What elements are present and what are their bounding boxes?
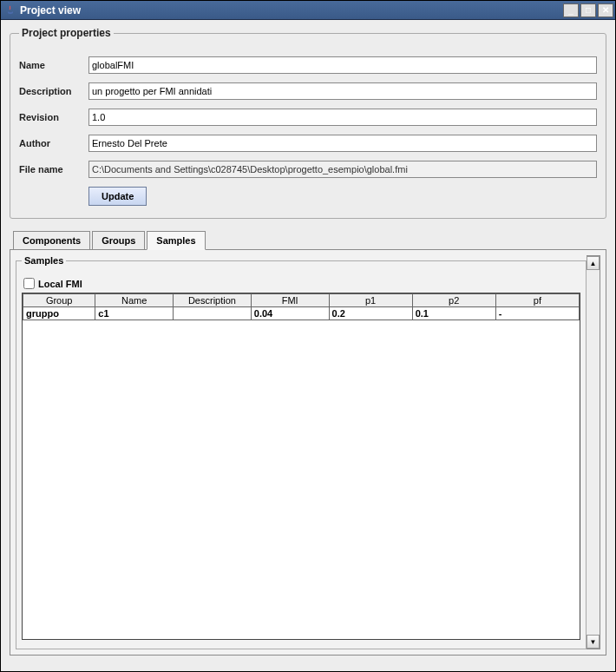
- description-input[interactable]: [88, 82, 597, 100]
- project-properties-fieldset: Project properties Name Description Revi…: [10, 27, 606, 219]
- cell-description[interactable]: [174, 307, 252, 320]
- cell-p2[interactable]: 0.1: [412, 307, 495, 320]
- col-description[interactable]: Description: [174, 294, 252, 307]
- label-name: Name: [19, 60, 88, 70]
- label-filename: File name: [19, 164, 88, 175]
- col-pf[interactable]: pf: [495, 294, 579, 307]
- samples-table-wrap: Group Name Description FMI p1 p2 pf: [22, 293, 580, 640]
- samples-legend: Samples: [22, 255, 66, 266]
- close-button[interactable]: ✕: [598, 3, 613, 17]
- tab-groups[interactable]: Groups: [92, 231, 145, 250]
- local-fmi-checkbox[interactable]: [23, 278, 35, 289]
- row-description: Description: [19, 82, 597, 100]
- col-name[interactable]: Name: [95, 294, 174, 307]
- tab-bar: Components Groups Samples: [10, 231, 606, 250]
- label-author: Author: [19, 138, 88, 148]
- name-input[interactable]: [88, 56, 597, 74]
- label-revision: Revision: [19, 112, 88, 122]
- update-button[interactable]: Update: [88, 187, 147, 206]
- col-group[interactable]: Group: [23, 294, 95, 307]
- maximize-button[interactable]: □: [580, 3, 596, 17]
- tab-components[interactable]: Components: [13, 231, 90, 250]
- titlebar[interactable]: Project view _ □ ✕: [1, 1, 615, 20]
- scroll-up-button[interactable]: ▲: [587, 256, 600, 270]
- samples-panel: Samples Local FMI Group: [10, 249, 606, 656]
- filename-input: [88, 161, 597, 178]
- author-input[interactable]: [88, 135, 597, 152]
- col-p2[interactable]: p2: [412, 294, 495, 307]
- window-title: Project view: [20, 4, 563, 16]
- java-icon: [4, 4, 16, 16]
- cell-pf[interactable]: -: [495, 307, 579, 320]
- cell-fmi[interactable]: 0.04: [251, 307, 329, 320]
- window-controls: _ □ ✕: [563, 3, 613, 17]
- row-author: Author: [19, 135, 597, 152]
- project-view-window: Project view _ □ ✕ Project properties Na…: [0, 0, 616, 672]
- table-header-row: Group Name Description FMI p1 p2 pf: [23, 294, 580, 307]
- local-fmi-row: Local FMI: [23, 278, 580, 289]
- cell-name[interactable]: c1: [95, 307, 174, 320]
- row-revision: Revision: [19, 109, 597, 126]
- cell-p1[interactable]: 0.2: [329, 307, 412, 320]
- row-name: Name: [19, 56, 597, 74]
- scroll-down-button[interactable]: ▼: [587, 635, 600, 649]
- local-fmi-label: Local FMI: [38, 279, 82, 289]
- col-p1[interactable]: p1: [329, 294, 412, 307]
- table-row[interactable]: gruppo c1 0.04 0.2 0.1 -: [23, 307, 580, 320]
- content-area: Project properties Name Description Revi…: [1, 20, 615, 671]
- scroll-track[interactable]: [587, 270, 600, 635]
- revision-input[interactable]: [88, 109, 597, 126]
- row-filename: File name: [19, 161, 597, 178]
- col-fmi[interactable]: FMI: [251, 294, 329, 307]
- project-properties-legend: Project properties: [19, 27, 114, 39]
- label-description: Description: [19, 86, 88, 96]
- samples-table: Group Name Description FMI p1 p2 pf: [23, 293, 580, 320]
- cell-group[interactable]: gruppo: [23, 307, 95, 320]
- minimize-button[interactable]: _: [563, 3, 579, 17]
- tab-samples[interactable]: Samples: [147, 231, 205, 250]
- samples-fieldset: Samples Local FMI Group: [16, 255, 587, 649]
- panel-vertical-scrollbar[interactable]: ▲ ▼: [587, 255, 600, 649]
